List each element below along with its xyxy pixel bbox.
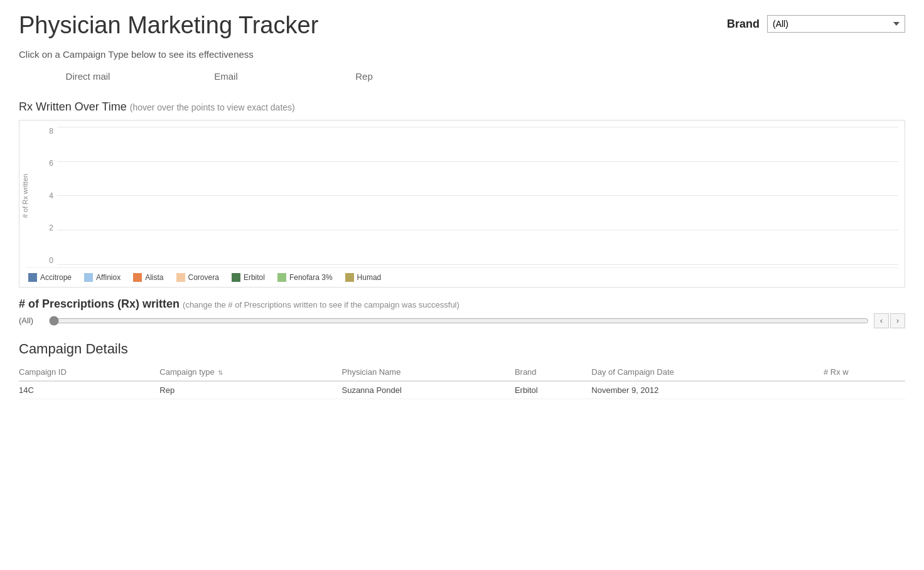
subtitle-text: Click on a Campaign Type below to see it… <box>19 49 905 60</box>
legend-label-humad: Humad <box>357 273 382 282</box>
table-header: Campaign ID Campaign type ⇅ Physician Na… <box>19 363 905 381</box>
chart-subtitle: (hover over the points to view exact dat… <box>130 102 295 112</box>
cell-campaign_date-0: November 9, 2012 <box>591 381 824 399</box>
legend-swatch-accitrope <box>28 273 37 282</box>
legend-swatch-humad <box>345 273 354 282</box>
page-title: Physician Marketing Tracker <box>19 13 318 39</box>
legend-label-corovera: Corovera <box>188 273 219 282</box>
chart-title: Rx Written Over Time (hover over the poi… <box>19 100 905 114</box>
cell-brand-0: Erbitol <box>515 381 591 399</box>
legend-swatch-affiniox <box>84 273 93 282</box>
chart-main-title: Rx Written Over Time <box>19 100 127 113</box>
legend-item-accitrope[interactable]: Accitrope <box>28 273 72 282</box>
legend-label-accitrope: Accitrope <box>40 273 72 282</box>
y-tick-8: 8 <box>49 127 53 136</box>
legend-item-fenofara-3%[interactable]: Fenofara 3% <box>277 273 333 282</box>
slider-row: (All) ‹ › <box>19 313 905 328</box>
brand-filter: Brand (All)AccitropeAffinioxAlistaCorove… <box>727 15 905 33</box>
legend-item-corovera[interactable]: Corovera <box>176 273 219 282</box>
campaign-type-email[interactable]: Email <box>157 66 295 88</box>
col-campaign-type[interactable]: Campaign type ⇅ <box>159 363 341 381</box>
slider-label: (All) <box>19 316 44 325</box>
chart-area: # of Rx written 8 6 4 2 0 <box>26 127 898 265</box>
legend-label-erbitol: Erbitol <box>244 273 265 282</box>
legend-swatch-erbitol <box>232 273 240 282</box>
legend-item-affiniox[interactable]: Affiniox <box>84 273 121 282</box>
y-axis: # of Rx written 8 6 4 2 0 <box>26 127 57 265</box>
legend-label-fenofara-3%: Fenofara 3% <box>289 273 333 282</box>
col-physician-name: Physician Name <box>341 363 514 381</box>
legend-swatch-corovera <box>176 273 185 282</box>
campaign-details-table: Campaign ID Campaign type ⇅ Physician Na… <box>19 363 905 399</box>
col-brand: Brand <box>515 363 591 381</box>
brand-label: Brand <box>727 18 760 31</box>
chart-legend: AccitropeAffinioxAlistaCoroveraErbitolFe… <box>26 267 898 287</box>
campaign-type-direct-mail[interactable]: Direct mail <box>19 66 157 88</box>
col-campaign-date: Day of Campaign Date <box>591 363 824 381</box>
table-row: 14CRepSuzanna PondelErbitolNovember 9, 2… <box>19 381 905 399</box>
y-label-text: # of Rx written <box>21 174 29 218</box>
slider-next-btn[interactable]: › <box>890 313 905 328</box>
legend-item-humad[interactable]: Humad <box>345 273 382 282</box>
y-tick-6: 6 <box>49 159 53 168</box>
sort-icon-campaign-type: ⇅ <box>218 369 223 376</box>
legend-label-alista: Alista <box>145 273 163 282</box>
table-body: 14CRepSuzanna PondelErbitolNovember 9, 2… <box>19 381 905 399</box>
table-header-row: Campaign ID Campaign type ⇅ Physician Na… <box>19 363 905 381</box>
prescriptions-title: # of Prescriptions (Rx) written (change … <box>19 298 905 311</box>
y-tick-0: 0 <box>49 256 53 265</box>
campaign-type-buttons: Direct mail Email Rep <box>19 66 905 88</box>
cell-rx_written-0 <box>824 381 905 399</box>
y-tick-2: 2 <box>49 223 53 232</box>
page-header: Physician Marketing Tracker Brand (All)A… <box>19 13 905 39</box>
prescriptions-main-title: # of Prescriptions (Rx) written <box>19 298 180 310</box>
prescriptions-section: # of Prescriptions (Rx) written (change … <box>19 298 905 328</box>
cell-campaign_id-0: 14C <box>19 381 159 399</box>
y-tick-4: 4 <box>49 191 53 200</box>
table-title: Campaign Details <box>19 341 905 357</box>
chart-container: # of Rx written 8 6 4 2 0 Accitrope <box>19 120 905 288</box>
prescriptions-slider[interactable] <box>49 316 869 326</box>
prescriptions-subtitle: (change the # of Prescriptions written t… <box>183 300 459 309</box>
legend-item-erbitol[interactable]: Erbitol <box>232 273 265 282</box>
legend-swatch-fenofara-3% <box>277 273 286 282</box>
col-rx-written: # Rx w <box>824 363 905 381</box>
cell-physician_name-0: Suzanna Pondel <box>341 381 514 399</box>
table-section: Campaign Details Campaign ID Campaign ty… <box>19 341 905 399</box>
campaign-type-rep[interactable]: Rep <box>295 66 433 88</box>
legend-label-affiniox: Affiniox <box>96 273 121 282</box>
bars-wrapper <box>57 127 898 265</box>
slider-nav: ‹ › <box>874 313 905 328</box>
chart-section: Rx Written Over Time (hover over the poi… <box>19 100 905 288</box>
legend-item-alista[interactable]: Alista <box>133 273 163 282</box>
legend-swatch-alista <box>133 273 142 282</box>
brand-select[interactable]: (All)AccitropeAffinioxAlistaCoroveraErbi… <box>767 15 905 33</box>
cell-campaign_type-0: Rep <box>159 381 341 399</box>
slider-prev-btn[interactable]: ‹ <box>874 313 889 328</box>
col-campaign-id: Campaign ID <box>19 363 159 381</box>
